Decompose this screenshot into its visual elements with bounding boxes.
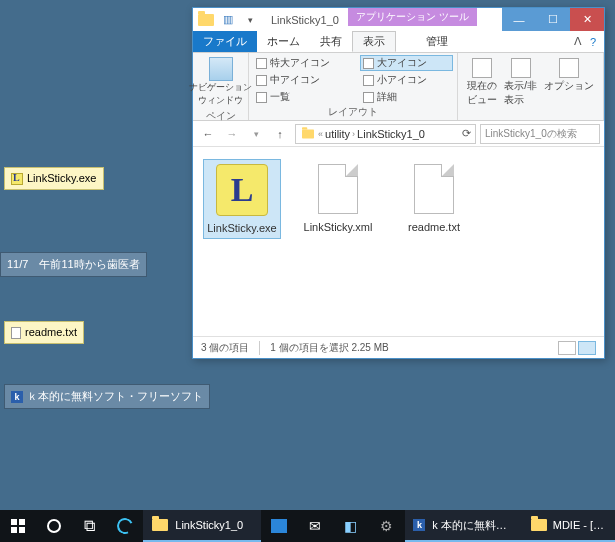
file-list[interactable]: L LinkSticky.exe LinkSticky.xml readme.t… — [193, 147, 604, 336]
refresh-icon[interactable]: ⟳ — [462, 127, 471, 140]
breadcrumb-segment[interactable]: LinkSticky1_0 — [357, 128, 425, 140]
expand-ribbon-icon[interactable]: ᐱ — [574, 35, 582, 48]
sticky-note[interactable]: kｋ本的に無料ソフト・フリーソフト — [4, 384, 210, 409]
options-button[interactable]: オプション — [541, 57, 597, 108]
sticky-text: 11/7 午前11時から歯医者 — [7, 258, 140, 270]
layout-small[interactable]: 小アイコン — [360, 72, 454, 88]
sticky-text: readme.txt — [25, 326, 77, 338]
ribbon: ナビゲーション ウィンドウ ペイン 特大アイコン 大アイコン 中アイコン 小アイ… — [193, 53, 604, 121]
details-view-toggle[interactable] — [558, 341, 576, 355]
tab-manage[interactable]: 管理 — [416, 31, 458, 52]
help-icon[interactable]: ? — [590, 36, 596, 48]
chevron-right-icon[interactable]: « — [318, 129, 323, 139]
status-item-count: 3 個の項目 — [201, 341, 249, 355]
sticky-text: LinkSticky.exe — [27, 172, 97, 184]
app-button[interactable]: ◧ — [333, 510, 369, 542]
mail-button[interactable]: ✉ — [297, 510, 333, 542]
folder-icon — [302, 129, 314, 138]
tab-home[interactable]: ホーム — [257, 31, 310, 52]
chevron-right-icon[interactable]: › — [352, 129, 355, 139]
layout-medium[interactable]: 中アイコン — [253, 72, 357, 88]
document-icon — [408, 163, 460, 215]
recent-locations-button[interactable]: ▾ — [245, 124, 267, 144]
document-icon — [312, 163, 364, 215]
cortana-button[interactable] — [36, 510, 72, 542]
qat-properties-icon[interactable]: ▥ — [219, 11, 237, 29]
tab-file[interactable]: ファイル — [193, 31, 257, 52]
minimize-button[interactable]: — — [502, 8, 536, 31]
tab-share[interactable]: 共有 — [310, 31, 352, 52]
contextual-tab-label: アプリケーション ツール — [348, 8, 477, 26]
k-icon: k — [11, 391, 23, 403]
layout-large[interactable]: 大アイコン — [360, 55, 454, 71]
layout-list[interactable]: 一覧 — [253, 89, 357, 105]
sticky-note[interactable]: 11/7 午前11時から歯医者 — [0, 252, 147, 277]
icons-view-toggle[interactable] — [578, 341, 596, 355]
close-button[interactable]: ✕ — [570, 8, 604, 31]
window-title: LinkSticky1_0 — [263, 14, 347, 26]
status-selection: 1 個の項目を選択 2.25 MB — [270, 341, 388, 355]
taskbar-item[interactable]: k k 本的に無料ソフト-... — [405, 510, 523, 542]
back-button[interactable]: ← — [197, 124, 219, 144]
navigation-pane-icon — [209, 57, 233, 81]
app-button[interactable]: ⚙ — [369, 510, 405, 542]
document-icon — [11, 327, 21, 339]
up-button[interactable]: ↑ — [269, 124, 291, 144]
taskbar-item[interactable]: MDIE - [Tag] — [523, 510, 615, 542]
folder-icon — [531, 516, 547, 534]
taskbar: ⧉ LinkSticky1_0 ✉ ◧ ⚙ k k 本的に無料ソフト-... M… — [0, 510, 615, 542]
file-item[interactable]: L LinkSticky.exe — [203, 159, 281, 239]
sticky-note[interactable]: LinkSticky.exe — [4, 167, 104, 190]
titlebar[interactable]: ▥ ▾ LinkSticky1_0 アプリケーション ツール — ☐ ✕ — [193, 8, 604, 31]
file-name: LinkSticky.exe — [205, 222, 279, 238]
file-item[interactable]: LinkSticky.xml — [299, 159, 377, 237]
sticky-text: ｋ本的に無料ソフト・フリーソフト — [27, 390, 203, 402]
start-button[interactable] — [0, 510, 36, 542]
ribbon-tabs: ファイル ホーム 共有 表示 管理 ᐱ ? — [193, 31, 604, 53]
maximize-button[interactable]: ☐ — [536, 8, 570, 31]
breadcrumb-segment[interactable]: utility — [325, 128, 350, 140]
folder-icon — [151, 516, 169, 534]
edge-button[interactable] — [107, 510, 143, 542]
exe-icon — [11, 173, 23, 185]
sticky-note[interactable]: readme.txt — [4, 321, 84, 344]
task-view-button[interactable]: ⧉ — [72, 510, 108, 542]
address-bar: ← → ▾ ↑ « utility › LinkSticky1_0 ⟳ Link… — [193, 121, 604, 147]
current-view-button[interactable]: 現在の ビュー — [464, 57, 500, 108]
k-icon: k — [413, 516, 427, 534]
breadcrumb[interactable]: « utility › LinkSticky1_0 ⟳ — [295, 124, 476, 144]
store-button[interactable] — [261, 510, 297, 542]
qat-dropdown-icon[interactable]: ▾ — [241, 11, 259, 29]
navigation-pane-button[interactable]: ナビゲーション ウィンドウ — [197, 55, 244, 109]
search-input[interactable]: LinkSticky1_0の検索 — [480, 124, 600, 144]
status-bar: 3 個の項目 1 個の項目を選択 2.25 MB — [193, 336, 604, 358]
layout-extra-large[interactable]: 特大アイコン — [253, 55, 357, 71]
folder-icon — [197, 11, 215, 29]
file-item[interactable]: readme.txt — [395, 159, 473, 237]
tab-view[interactable]: 表示 — [352, 31, 396, 52]
forward-button[interactable]: → — [221, 124, 243, 144]
taskbar-item[interactable]: LinkSticky1_0 — [143, 510, 261, 542]
exe-icon: L — [216, 164, 268, 216]
explorer-window: ▥ ▾ LinkSticky1_0 アプリケーション ツール — ☐ ✕ ファイ… — [192, 7, 605, 359]
layout-details[interactable]: 詳細 — [360, 89, 454, 105]
show-hide-button[interactable]: 表示/非 表示 — [501, 57, 540, 108]
file-name: LinkSticky.xml — [302, 221, 375, 237]
file-name: readme.txt — [406, 221, 462, 237]
